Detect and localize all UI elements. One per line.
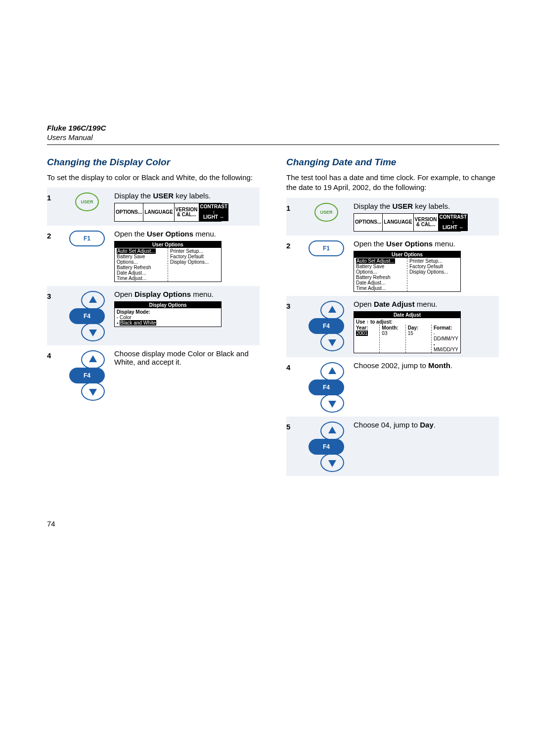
user-key-icon: USER bbox=[75, 192, 99, 211]
menu-item: Display Options... bbox=[170, 259, 209, 265]
step-num: 2 bbox=[47, 230, 60, 282]
menu-item: Printer Setup... bbox=[170, 248, 203, 254]
mode-label: Display Mode: bbox=[117, 309, 150, 315]
right-step5-text: Choose 04, jump to Day. bbox=[354, 421, 499, 429]
menu-item: Printer Setup... bbox=[409, 258, 443, 264]
arrow-down-key-icon bbox=[320, 394, 344, 413]
day-value: 15 bbox=[408, 331, 413, 336]
arrow-up-key-icon bbox=[81, 291, 105, 310]
step-num: 2 bbox=[286, 239, 299, 292]
softkey-language: LANGUAGE bbox=[382, 214, 413, 232]
opt-bw: Black and White bbox=[120, 320, 156, 326]
menu-item: Date Adjust... bbox=[356, 280, 385, 285]
menu-item-highlighted: Auto Set Adjust... bbox=[356, 258, 395, 264]
arrow-up-key-icon bbox=[320, 422, 344, 440]
arrow-down-key-icon bbox=[320, 332, 344, 351]
menu-item-highlighted: Auto Set Adjust... bbox=[117, 248, 156, 254]
f1-key-icon: F1 bbox=[69, 231, 105, 246]
left-step2-text: Open the User Options menu. bbox=[114, 230, 260, 238]
menu-item: Battery Save Options... bbox=[117, 254, 145, 265]
softkey-language: LANGUAGE bbox=[143, 203, 174, 221]
menu-item: Date Adjust... bbox=[117, 270, 146, 276]
f4-key-icon: F4 bbox=[309, 439, 344, 455]
opt-color: Color bbox=[120, 315, 132, 320]
fmt1: DD/MM/YY bbox=[434, 336, 458, 341]
softkey-row: OPTIONS... LANGUAGE VERSION & CAL... CON… bbox=[114, 203, 222, 222]
step-num: 4 bbox=[47, 349, 60, 401]
panel-title: User Options bbox=[354, 251, 460, 258]
user-options-panel: User Options Auto Set Adjust... Battery … bbox=[354, 251, 461, 292]
softkey-contrast: CONTRAST ↕LIGHT ↔ bbox=[199, 203, 229, 221]
left-step4-text: Choose display mode Color or Black and W… bbox=[114, 349, 260, 366]
softkey-version: VERSION & CAL... bbox=[413, 214, 438, 232]
f4-key-icon: F4 bbox=[309, 379, 344, 395]
menu-item: Factory Default bbox=[409, 264, 443, 269]
display-options-panel: Display Options Display Mode: ▫ Color ▪ … bbox=[114, 301, 222, 327]
softkey-contrast: CONTRAST ↕LIGHT ↔ bbox=[438, 214, 468, 232]
menu-item: Battery Save Options... bbox=[356, 264, 384, 275]
right-step2-text: Open the User Options menu. bbox=[354, 239, 499, 248]
step-num: 1 bbox=[47, 191, 60, 222]
year-value: 2001 bbox=[356, 331, 368, 336]
menu-item: Display Options... bbox=[409, 269, 448, 275]
menu-item: Battery Refresh bbox=[117, 265, 151, 270]
arrow-up-key-icon bbox=[81, 350, 105, 369]
f1-key-icon: F1 bbox=[309, 240, 344, 256]
right-step1-text: Display the USER key labels. bbox=[354, 202, 499, 210]
left-intro: To set the display to color or Black and… bbox=[47, 173, 260, 183]
step-num: 4 bbox=[286, 361, 299, 413]
step-num: 3 bbox=[47, 290, 60, 341]
date-adjust-panel: Date Adjust Use ↕ to adjust: Year: 2001 bbox=[354, 311, 461, 353]
panel-title: Date Adjust bbox=[354, 312, 460, 318]
softkey-options: OPTIONS... bbox=[115, 203, 143, 221]
f4-key-icon: F4 bbox=[69, 368, 105, 383]
fmt2: MM/DD/YY bbox=[434, 347, 458, 352]
left-section-title: Changing the Display Color bbox=[47, 157, 260, 168]
right-step4-text: Choose 2002, jump to Month. bbox=[354, 361, 499, 370]
f4-key-icon: F4 bbox=[69, 308, 105, 324]
arrow-up-key-icon bbox=[320, 301, 344, 320]
left-step1-text: Display the USER key labels. bbox=[114, 191, 260, 200]
left-step3-text: Open Display Options menu. bbox=[114, 290, 260, 298]
step-num: 1 bbox=[286, 202, 299, 232]
softkey-row: OPTIONS... LANGUAGE VERSION & CAL... CON… bbox=[354, 213, 461, 232]
user-key-icon: USER bbox=[314, 203, 338, 222]
right-section-title: Changing Date and Time bbox=[286, 157, 499, 168]
user-options-panel: User Options Auto Set Adjust... Battery … bbox=[114, 241, 222, 282]
softkey-version: VERSION & CAL... bbox=[174, 203, 199, 221]
step-num: 5 bbox=[286, 421, 299, 472]
page-number: 74 bbox=[47, 520, 55, 528]
softkey-options: OPTIONS... bbox=[354, 214, 382, 232]
panel-title: Display Options bbox=[115, 302, 221, 308]
step-num: 3 bbox=[286, 300, 299, 353]
menu-item: Factory Default bbox=[170, 254, 204, 259]
manual-subhead: Users Manual bbox=[47, 133, 499, 142]
arrow-down-key-icon bbox=[320, 453, 344, 472]
month-value: 03 bbox=[382, 331, 387, 336]
f4-key-icon: F4 bbox=[309, 318, 344, 334]
panel-title: User Options bbox=[115, 241, 221, 248]
menu-item: Time Adjust... bbox=[356, 285, 386, 291]
hint-text: Use ↕ to adjust: bbox=[356, 319, 393, 325]
model-line: Fluke 196C/199C bbox=[47, 124, 499, 132]
right-intro: The test tool has a date and time clock.… bbox=[286, 173, 499, 193]
arrow-up-key-icon bbox=[320, 362, 344, 381]
arrow-down-key-icon bbox=[81, 323, 105, 341]
right-step3-text: Open Date Adjust menu. bbox=[354, 300, 499, 308]
arrow-down-key-icon bbox=[81, 382, 105, 401]
menu-item: Battery Refresh bbox=[356, 275, 390, 280]
menu-item: Time Adjust... bbox=[117, 276, 146, 281]
